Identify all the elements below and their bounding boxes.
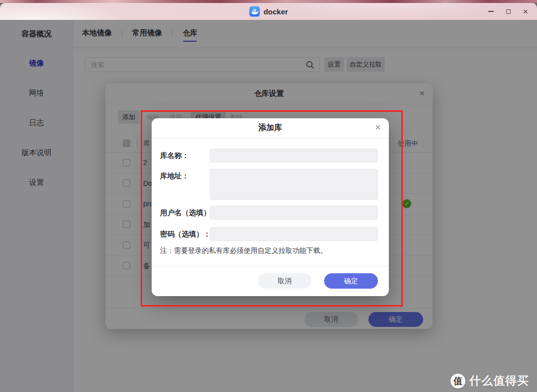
watermark-text: 什么值得买 [469, 373, 529, 389]
repo-name-label: 库名称： [160, 151, 189, 160]
titlebar: docker × [0, 3, 537, 20]
app-window: 容器概况 镜像 网络 日志 版本说明 设置 本地镜像 常用镜像 仓库 设置 [0, 20, 537, 392]
username-input[interactable] [210, 206, 378, 220]
smzdm-logo-icon: 值 [450, 374, 465, 389]
close-window-icon[interactable]: × [521, 7, 530, 16]
add-dialog-title: 添加库 [259, 123, 282, 133]
minimize-icon[interactable] [486, 7, 495, 16]
repo-url-textarea[interactable] [210, 169, 378, 200]
add-confirm-button[interactable]: 确定 [324, 273, 378, 289]
add-cancel-button[interactable]: 取消 [258, 273, 311, 289]
docker-app-icon [249, 6, 260, 17]
password-input[interactable] [210, 227, 378, 241]
add-repo-dialog: 添加库 × 库名称： 库地址： 用户名（选填）： 密码（选填）： 注：需要登录的… [152, 118, 389, 296]
add-dialog-close-icon[interactable]: × [375, 122, 381, 132]
password-label: 密码（选填）： [160, 230, 211, 239]
private-repo-note: 注：需要登录的私有库必须使用自定义拉取功能下载。 [160, 246, 327, 255]
username-label: 用户名（选填）： [160, 208, 218, 218]
footer-divider [152, 266, 389, 267]
maximize-icon[interactable] [504, 7, 513, 16]
repo-name-input[interactable] [210, 149, 378, 162]
window-title: docker [264, 7, 288, 16]
repo-url-label: 库地址： [160, 171, 189, 181]
smzdm-watermark: 值 什么值得买 [450, 373, 529, 389]
